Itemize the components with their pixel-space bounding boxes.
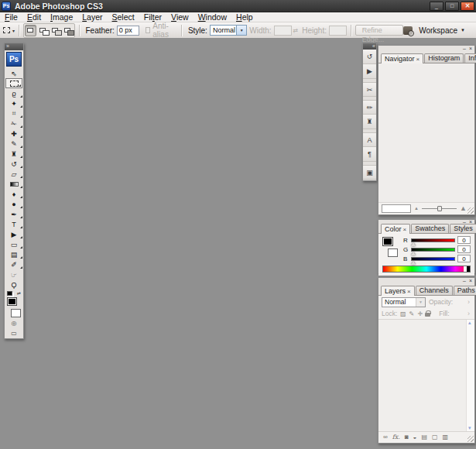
panel-close-icon[interactable]: × bbox=[469, 46, 472, 50]
channel-slider-thumb[interactable] bbox=[411, 261, 416, 265]
menu-select[interactable]: Select bbox=[108, 12, 139, 22]
menu-view[interactable]: View bbox=[166, 12, 193, 22]
resize-grip[interactable] bbox=[467, 436, 474, 442]
layer-comps-icon[interactable]: ▣ bbox=[363, 165, 376, 180]
dock-collapse-header[interactable]: « bbox=[363, 43, 376, 50]
new-selection-button[interactable] bbox=[25, 25, 36, 36]
zoom-slider[interactable] bbox=[422, 205, 457, 212]
default-colors-icon[interactable] bbox=[7, 291, 12, 296]
gradient-tool[interactable] bbox=[5, 179, 23, 189]
panel-close-icon[interactable]: × bbox=[469, 279, 472, 283]
quick-mask-button[interactable]: ◎ bbox=[5, 318, 23, 328]
channel-value-input[interactable]: 0 bbox=[457, 255, 471, 262]
swap-colors-icon[interactable]: ⇄ bbox=[17, 290, 21, 296]
lasso-tool[interactable]: ϱ bbox=[5, 88, 23, 98]
history-icon[interactable]: ↺ bbox=[363, 50, 376, 64]
app-icon[interactable]: Ps bbox=[2, 2, 11, 11]
channel-value-input[interactable]: 0 bbox=[457, 245, 471, 253]
character-icon[interactable]: A bbox=[363, 132, 376, 147]
zoom-percent-input[interactable] bbox=[382, 204, 411, 213]
brush-tool[interactable]: ✎ bbox=[5, 139, 23, 149]
intersect-selection-button[interactable] bbox=[62, 25, 74, 36]
color-spectrum-ramp[interactable] bbox=[382, 266, 471, 272]
rectangle-tool[interactable]: ▭ bbox=[5, 239, 23, 249]
tab-paths[interactable]: Paths bbox=[454, 286, 476, 295]
screen-mode-button[interactable]: ▭ bbox=[5, 328, 23, 338]
toolbox-drag-header[interactable]: » bbox=[5, 43, 23, 50]
channel-value-input[interactable]: 0 bbox=[457, 236, 471, 244]
tab-channels[interactable]: Channels bbox=[416, 286, 453, 295]
dodge-tool[interactable]: ● bbox=[5, 199, 23, 209]
foreground-color-swatch[interactable] bbox=[382, 237, 393, 246]
hand-tool[interactable]: ☞ bbox=[5, 269, 23, 279]
healing-brush-tool[interactable]: ✚ bbox=[5, 129, 23, 139]
tab-navigator[interactable]: Navigator× bbox=[381, 53, 423, 63]
background-color-swatch[interactable] bbox=[11, 309, 21, 317]
menu-layer[interactable]: Layer bbox=[77, 12, 107, 22]
channel-slider[interactable] bbox=[411, 257, 455, 261]
slice-tool[interactable]: ✁ bbox=[5, 118, 23, 129]
add-to-selection-button[interactable] bbox=[37, 25, 49, 36]
layer-style-icon[interactable]: fx. bbox=[392, 433, 400, 442]
type-tool[interactable]: T bbox=[5, 219, 23, 229]
menu-edit[interactable]: Edit bbox=[22, 12, 46, 22]
actions-icon[interactable]: ▶ bbox=[363, 64, 376, 79]
menu-file[interactable]: File bbox=[0, 12, 22, 22]
foreground-color-swatch[interactable] bbox=[7, 297, 17, 306]
tab-close-icon[interactable]: × bbox=[403, 225, 407, 234]
background-color-swatch[interactable] bbox=[388, 248, 398, 257]
tab-close-icon[interactable]: × bbox=[416, 55, 420, 63]
tool-preset-icon[interactable] bbox=[3, 27, 10, 33]
zoom-in-icon[interactable]: ▲ bbox=[460, 204, 467, 212]
adjustment-layer-icon[interactable]: ◒ bbox=[413, 433, 417, 442]
menu-window[interactable]: Window bbox=[193, 12, 231, 22]
brushes-icon[interactable]: ✏ bbox=[363, 100, 376, 115]
eyedropper-tool[interactable]: ✐ bbox=[5, 259, 23, 269]
subtract-from-selection-button[interactable] bbox=[50, 25, 61, 36]
tab-info[interactable]: Info bbox=[464, 53, 476, 63]
move-tool[interactable]: ⇖ bbox=[5, 68, 23, 78]
new-group-icon[interactable]: ▤ bbox=[421, 433, 427, 442]
tab-histogram[interactable]: Histogram bbox=[424, 53, 464, 63]
channel-slider[interactable] bbox=[411, 248, 455, 252]
scroll-down-icon[interactable]: ▾ bbox=[468, 425, 471, 431]
rectangular-marquee-tool[interactable] bbox=[5, 78, 22, 88]
tab-color[interactable]: Color× bbox=[381, 224, 410, 234]
notes-tool[interactable]: ▤ bbox=[5, 249, 23, 259]
paragraph-icon[interactable]: ¶ bbox=[363, 147, 376, 162]
tab-swatches[interactable]: Swatches bbox=[411, 224, 449, 233]
clone-stamp-tool[interactable]: ♜ bbox=[5, 149, 23, 159]
link-layers-icon[interactable]: ∞ bbox=[383, 433, 388, 442]
new-layer-icon[interactable]: ▢ bbox=[432, 433, 438, 442]
menu-image[interactable]: Image bbox=[46, 12, 77, 22]
zoom-slider-thumb[interactable] bbox=[437, 206, 442, 211]
channel-slider[interactable] bbox=[411, 238, 455, 242]
resize-grip[interactable] bbox=[467, 207, 474, 214]
eraser-tool[interactable]: ▱ bbox=[5, 169, 23, 179]
channel-slider-thumb[interactable] bbox=[411, 252, 416, 255]
zoom-out-icon[interactable]: ▲ bbox=[414, 206, 419, 211]
blend-mode-select[interactable]: Normal ▼ bbox=[382, 297, 426, 307]
chevron-down-icon[interactable]: ▼ bbox=[416, 298, 425, 307]
scroll-up-icon[interactable]: ▴ bbox=[468, 320, 471, 326]
menu-help[interactable]: Help bbox=[231, 12, 258, 22]
channel-slider-thumb[interactable] bbox=[411, 242, 416, 246]
crop-tool[interactable]: ⌗ bbox=[5, 108, 23, 118]
panel-minimize-icon[interactable]: ‒ bbox=[463, 279, 466, 283]
panel-minimize-icon[interactable]: ‒ bbox=[463, 46, 466, 50]
delete-layer-icon[interactable]: ▥ bbox=[443, 433, 449, 442]
history-brush-tool[interactable]: ↺ bbox=[5, 159, 23, 169]
tab-layers[interactable]: Layers× bbox=[381, 286, 415, 296]
tool-presets-icon[interactable]: ✂ bbox=[363, 82, 376, 97]
tab-close-icon[interactable]: × bbox=[407, 287, 411, 296]
feather-input[interactable]: 0 px bbox=[117, 26, 139, 36]
tool-preset-arrow-icon[interactable]: ▾ bbox=[12, 28, 15, 33]
clone-source-icon[interactable]: ♜ bbox=[363, 115, 376, 129]
style-select[interactable]: Normal ▼ bbox=[210, 25, 247, 36]
combo-arrow-icon[interactable]: ▼ bbox=[236, 26, 246, 35]
pen-tool[interactable]: ✒ bbox=[5, 209, 23, 219]
blur-tool[interactable]: ♦ bbox=[5, 189, 23, 199]
add-layer-mask-icon[interactable]: ◙ bbox=[405, 433, 409, 442]
quick-selection-tool[interactable]: ✦ bbox=[5, 98, 23, 108]
zoom-tool[interactable]: Ϙ bbox=[5, 279, 23, 290]
